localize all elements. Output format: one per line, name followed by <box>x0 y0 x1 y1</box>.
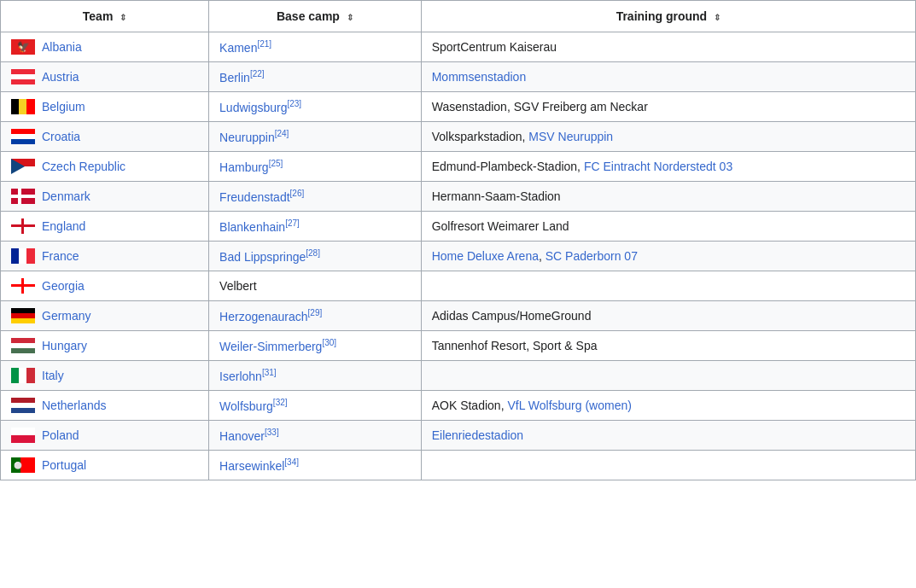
training-link[interactable]: VfL Wolfsburg (women) <box>507 399 632 412</box>
training-link[interactable]: Home Deluxe Arena <box>432 249 539 263</box>
basecamp-cell: Neuruppin[24] <box>209 122 422 152</box>
table-container: Team ⇕ Base camp ⇕ Training ground ⇕ Alb… <box>0 0 916 480</box>
team-cell: Georgia <box>1 271 209 301</box>
col-header-team[interactable]: Team ⇕ <box>1 1 209 32</box>
team-name-link[interactable]: Belgium <box>42 100 85 114</box>
table-row: DenmarkFreudenstadt[26]Hermann-Saam-Stad… <box>1 182 916 212</box>
training-link[interactable]: Mommsenstadion <box>432 70 527 84</box>
training-link[interactable]: FC Eintracht Norderstedt 03 <box>584 160 732 173</box>
team-cell: Portugal <box>1 451 209 480</box>
flag-ge <box>11 278 35 294</box>
team-name-link[interactable]: Germany <box>42 309 91 323</box>
training-link[interactable]: SC Paderborn 07 <box>546 249 638 263</box>
team-name-link[interactable]: Georgia <box>42 279 85 293</box>
ref-link[interactable]: [31] <box>262 368 277 377</box>
ref-link[interactable]: [21] <box>257 39 271 49</box>
basecamp-cell: Hamburg[25] <box>209 152 422 182</box>
sort-icon-training[interactable]: ⇕ <box>714 13 721 22</box>
team-name-link[interactable]: England <box>42 219 85 233</box>
basecamp-link[interactable]: Hanover <box>219 429 265 443</box>
basecamp-link[interactable]: Neuruppin <box>219 131 275 144</box>
basecamp-link[interactable]: Weiler-Simmerberg <box>219 340 322 353</box>
ref-link[interactable]: [28] <box>306 248 320 258</box>
basecamp-link[interactable]: Hamburg <box>219 160 269 174</box>
training-cell: Eilenriedestadion <box>421 421 915 451</box>
team-name-link[interactable]: Croatia <box>42 130 80 143</box>
team-name-link[interactable]: Hungary <box>42 339 87 352</box>
training-cell: SportCentrum Kaiserau <box>421 32 915 62</box>
training-text: Hermann-Saam-Stadion <box>432 189 561 203</box>
flag-nl <box>11 398 35 413</box>
team-name-link[interactable]: Italy <box>42 369 64 382</box>
team-name-link[interactable]: France <box>42 249 79 263</box>
training-text: Golfresort Weimarer Land <box>432 219 569 233</box>
team-cell: Germany <box>1 301 209 331</box>
flag-en <box>11 218 35 234</box>
sort-icon-basecamp[interactable]: ⇕ <box>347 13 353 22</box>
training-link[interactable]: Eilenriedestadion <box>432 428 523 442</box>
ref-link[interactable]: [33] <box>265 428 279 437</box>
ref-link[interactable]: [34] <box>284 457 299 467</box>
table-row: AlbaniaKamen[21]SportCentrum Kaiserau <box>1 32 916 62</box>
basecamp-link[interactable]: Blankenhain <box>219 220 285 234</box>
team-name-link[interactable]: Denmark <box>42 189 90 203</box>
ref-link[interactable]: [25] <box>269 159 283 168</box>
sort-icon-team[interactable]: ⇕ <box>120 13 126 22</box>
flag-pl <box>11 428 35 443</box>
basecamp-link[interactable]: Kamen <box>219 41 257 55</box>
flag-at <box>11 69 35 84</box>
training-cell: Golfresort Weimarer Land <box>421 212 915 242</box>
basecamp-cell: Harsewinkel[34] <box>209 451 422 480</box>
basecamp-link[interactable]: Bad Lippspringe <box>219 250 306 264</box>
team-name-link[interactable]: Poland <box>42 428 79 442</box>
training-cell: Mommsenstadion <box>421 62 915 92</box>
basecamp-link[interactable]: Herzogenaurach <box>219 310 308 323</box>
training-cell: AOK Stadion, VfL Wolfsburg (women) <box>421 391 915 421</box>
basecamp-cell: Hanover[33] <box>209 421 422 451</box>
flag-hr <box>11 129 35 144</box>
basecamp-link[interactable]: Berlin <box>219 71 250 84</box>
flag-al <box>11 39 35 55</box>
table-row: AustriaBerlin[22]Mommsenstadion <box>1 62 916 92</box>
team-name-link[interactable]: Netherlands <box>42 399 107 412</box>
col-header-team-label: Team <box>83 9 114 23</box>
team-name-link[interactable]: Czech Republic <box>42 160 125 173</box>
basecamp-link[interactable]: Wolfsburg <box>219 399 273 413</box>
training-text: Wasenstadion, SGV Freiberg am Neckar <box>432 100 648 114</box>
training-cell: Adidas Campus/HomeGround <box>421 301 915 331</box>
team-name-link[interactable]: Portugal <box>42 458 86 472</box>
team-cell: Croatia <box>1 122 209 152</box>
col-header-training[interactable]: Training ground ⇕ <box>421 1 915 32</box>
ref-link[interactable]: [29] <box>308 308 323 317</box>
team-name-link[interactable]: Albania <box>42 40 82 54</box>
ref-link[interactable]: [22] <box>250 69 265 79</box>
col-header-basecamp-label: Base camp <box>277 9 340 23</box>
team-name-link[interactable]: Austria <box>42 70 79 84</box>
basecamp-link[interactable]: Freudenstadt <box>219 190 290 204</box>
table-row: NetherlandsWolfsburg[32]AOK Stadion, VfL… <box>1 391 916 421</box>
training-cell <box>421 271 915 301</box>
ref-link[interactable]: [24] <box>275 129 289 138</box>
table-row: PortugalHarsewinkel[34] <box>1 451 916 480</box>
ref-link[interactable]: [27] <box>285 218 300 228</box>
training-cell <box>421 361 915 391</box>
basecamp-link[interactable]: Ludwigsburg <box>219 101 287 114</box>
table-row: BelgiumLudwigsburg[23]Wasenstadion, SGV … <box>1 92 916 122</box>
team-cell: Poland <box>1 421 209 451</box>
team-cell: Albania <box>1 32 209 62</box>
basecamp-cell: Wolfsburg[32] <box>209 391 422 421</box>
ref-link[interactable]: [23] <box>287 99 301 108</box>
ref-link[interactable]: [32] <box>273 398 288 407</box>
ref-link[interactable]: [26] <box>290 189 305 198</box>
col-header-basecamp[interactable]: Base camp ⇕ <box>209 1 422 32</box>
training-link[interactable]: MSV Neuruppin <box>528 130 613 143</box>
teams-table: Team ⇕ Base camp ⇕ Training ground ⇕ Alb… <box>0 0 916 480</box>
basecamp-link[interactable]: Iserlohn <box>219 370 262 383</box>
basecamp-cell: Iserlohn[31] <box>209 361 422 391</box>
flag-it <box>11 368 35 383</box>
training-cell: Tannenhof Resort, Sport & Spa <box>421 331 915 361</box>
basecamp-link[interactable]: Harsewinkel <box>219 459 284 473</box>
training-cell: Edmund-Plambeck-Stadion, FC Eintracht No… <box>421 152 915 182</box>
table-row: PolandHanover[33]Eilenriedestadion <box>1 421 916 451</box>
ref-link[interactable]: [30] <box>322 338 336 347</box>
